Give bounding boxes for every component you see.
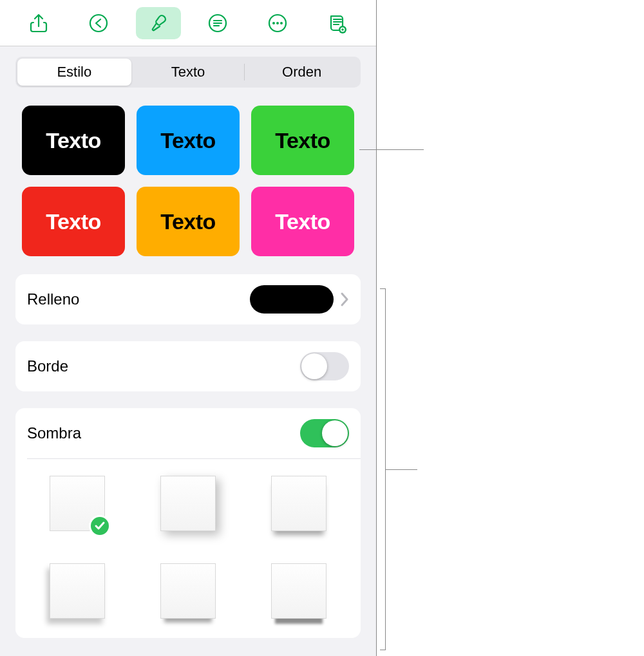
svg-point-0	[90, 15, 107, 32]
shadow-option-4[interactable]	[160, 563, 216, 619]
share-button[interactable]	[16, 7, 61, 39]
fill-label: Relleno	[27, 290, 250, 308]
toolbar	[0, 0, 376, 46]
shadow-option-1[interactable]	[160, 476, 216, 531]
segmented-control: Estilo Texto Orden	[15, 57, 361, 88]
shadow-label: Sombra	[27, 424, 300, 442]
svg-point-3	[272, 22, 275, 24]
preset-swatch-1[interactable]: Texto	[137, 106, 240, 175]
shadow-row-card: Sombra	[15, 408, 361, 638]
more-icon	[267, 12, 289, 34]
border-label: Borde	[27, 357, 300, 375]
chevron-right-icon	[340, 292, 349, 307]
shadow-toggle[interactable]	[300, 419, 349, 447]
shadow-option-5[interactable]	[271, 563, 327, 619]
shadow-option-2[interactable]	[271, 476, 327, 531]
callout-line	[359, 149, 424, 150]
border-row: Borde	[15, 341, 361, 391]
preset-swatch-5[interactable]: Texto	[251, 187, 354, 256]
format-button[interactable]	[136, 7, 181, 39]
undo-icon	[88, 12, 109, 34]
tab-order[interactable]: Orden	[245, 59, 359, 86]
undo-button[interactable]	[76, 7, 121, 39]
preset-swatch-2[interactable]: Texto	[251, 106, 354, 175]
read-mode-icon	[327, 12, 348, 34]
check-icon	[89, 515, 111, 537]
panel-body: Estilo Texto Orden TextoTextoTextoTextoT…	[0, 46, 376, 656]
format-panel: Estilo Texto Orden TextoTextoTextoTextoT…	[0, 0, 377, 656]
border-toggle[interactable]	[300, 352, 349, 380]
fill-row-card: Relleno	[15, 274, 361, 324]
callout-tick	[380, 650, 385, 650]
share-icon	[28, 12, 50, 34]
comments-button[interactable]	[195, 7, 240, 39]
svg-point-5	[280, 22, 283, 24]
fill-swatch	[250, 285, 334, 314]
more-button[interactable]	[255, 7, 300, 39]
callout-tick	[380, 288, 385, 289]
shadow-row: Sombra	[15, 408, 361, 458]
fill-row[interactable]: Relleno	[15, 274, 361, 324]
tab-text[interactable]: Texto	[131, 59, 245, 86]
style-presets: TextoTextoTextoTextoTextoTexto	[0, 88, 376, 274]
shadow-options	[15, 459, 361, 638]
shadow-option-0[interactable]	[50, 476, 105, 531]
list-icon	[207, 12, 229, 34]
border-row-card: Borde	[15, 341, 361, 391]
preset-swatch-3[interactable]: Texto	[22, 187, 125, 256]
svg-point-8	[341, 28, 344, 31]
preset-swatch-0[interactable]: Texto	[22, 106, 125, 175]
preset-swatch-4[interactable]: Texto	[137, 187, 240, 256]
read-mode-button[interactable]	[315, 7, 360, 39]
svg-point-4	[276, 22, 279, 24]
format-brush-icon	[147, 12, 169, 34]
tab-style[interactable]: Estilo	[17, 59, 131, 86]
callout-line	[385, 469, 417, 470]
shadow-option-3[interactable]	[50, 563, 105, 619]
